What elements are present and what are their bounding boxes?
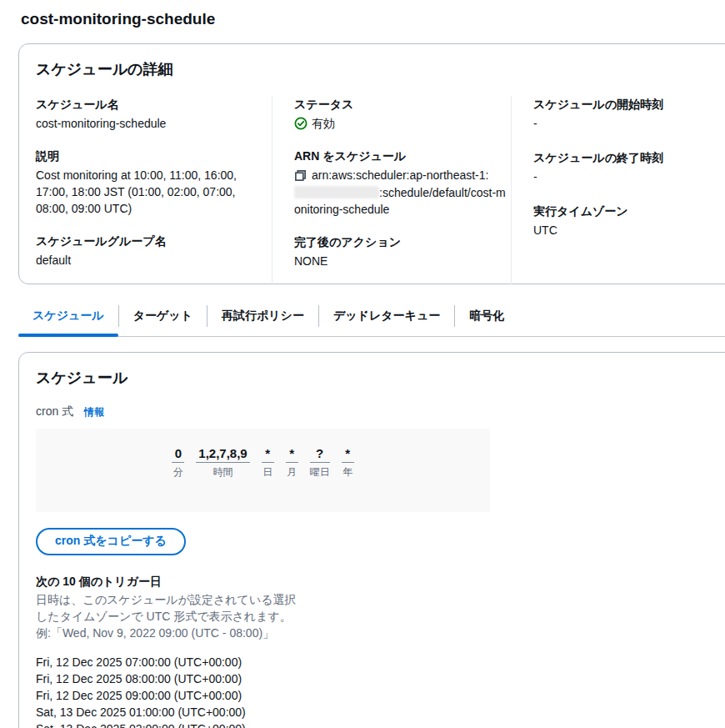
- page: cost-monitoring-schedule スケジュールの詳細 スケジュー…: [0, 0, 725, 728]
- cron-day-label: 日: [262, 465, 274, 479]
- status-text: 有効: [312, 115, 335, 132]
- cron-expression-label-row: cron 式 情報: [36, 404, 718, 419]
- description-label: 説明: [36, 148, 272, 164]
- field-description: 説明 Cost monitoring at 10:00, 11:00, 16:0…: [36, 148, 272, 217]
- details-column-2: ステータス 有効 ARN をスケジュール: [272, 96, 511, 285]
- cron-day-value: *: [262, 446, 274, 463]
- page-title: cost-monitoring-schedule: [21, 10, 725, 28]
- tab-target[interactable]: ターゲット: [119, 296, 207, 336]
- arn-prefix: arn:aws:scheduler:ap-northeast-1:: [312, 168, 488, 182]
- end-time-label: スケジュールの終了時刻: [533, 149, 718, 166]
- cron-expression-label: cron 式: [36, 404, 73, 418]
- schedule-card: スケジュール cron 式 情報 0 分 1,2,7,8,9 時間 * 日 * …: [18, 352, 725, 728]
- cron-field-year: * 年: [342, 446, 354, 479]
- info-link[interactable]: 情報: [84, 406, 104, 418]
- copy-arn-button[interactable]: [294, 169, 307, 184]
- trigger-date: Fri, 12 Dec 2025 08:00:00 (UTC+00:00): [36, 670, 718, 687]
- tab-dead-letter-queue[interactable]: デッドレターキュー: [319, 296, 454, 336]
- after-completion-value: NONE: [294, 253, 511, 269]
- cron-field-hours: 1,2,7,8,9 時間: [196, 446, 249, 479]
- cron-hours-value: 1,2,7,8,9: [196, 446, 249, 463]
- field-schedule-group: スケジュールグループ名 default: [36, 233, 272, 269]
- timezone-value: UTC: [533, 222, 718, 238]
- cron-year-label: 年: [342, 465, 354, 479]
- arn-account-redacted: [294, 186, 379, 198]
- cron-month-label: 月: [286, 465, 298, 479]
- trigger-date-list: Fri, 12 Dec 2025 07:00:00 (UTC+00:00) Fr…: [36, 654, 718, 728]
- details-column-3: スケジュールの開始時刻 - スケジュールの終了時刻 - 実行タイムゾーン UTC: [511, 96, 718, 285]
- cron-minutes-label: 分: [172, 465, 184, 479]
- field-schedule-name: スケジュール名 cost-monitoring-schedule: [36, 96, 272, 132]
- status-badge: 有効: [294, 115, 511, 132]
- cron-field-minutes: 0 分: [172, 446, 184, 479]
- next-triggers-heading: 次の 10 個のトリガー日: [36, 575, 718, 590]
- details-card-heading: スケジュールの詳細: [36, 59, 718, 79]
- details-column-1: スケジュール名 cost-monitoring-schedule 説明 Cost…: [36, 96, 272, 285]
- copy-cron-button[interactable]: cron 式をコピーする: [36, 528, 186, 555]
- trigger-date: Fri, 12 Dec 2025 07:00:00 (UTC+00:00): [36, 654, 718, 670]
- field-schedule-arn: ARN をスケジュール arn:aws:scheduler:ap-northea…: [294, 148, 511, 218]
- cron-expression-display: 0 分 1,2,7,8,9 時間 * 日 * 月 ? 曜日 * 年: [36, 429, 490, 512]
- start-time-label: スケジュールの開始時刻: [533, 96, 718, 113]
- after-completion-label: 完了後のアクション: [294, 233, 511, 250]
- field-start-time: スケジュールの開始時刻 -: [533, 96, 718, 132]
- cron-weekday-value: ?: [310, 446, 330, 463]
- cron-field-month: * 月: [286, 446, 298, 479]
- field-end-time: スケジュールの終了時刻 -: [533, 149, 718, 185]
- tab-retry-policy[interactable]: 再試行ポリシー: [208, 296, 318, 336]
- field-after-completion: 完了後のアクション NONE: [294, 233, 511, 269]
- next-triggers-description: 日時は、このスケジュールが設定されている選択したタイムゾーンで UTC 形式で表…: [36, 591, 305, 641]
- end-time-value: -: [533, 168, 718, 185]
- schedule-name-value: cost-monitoring-schedule: [36, 115, 272, 132]
- trigger-date: Sat, 13 Dec 2025 02:00:00 (UTC+00:00): [36, 720, 718, 728]
- field-timezone: 実行タイムゾーン UTC: [533, 203, 718, 238]
- copy-icon: [294, 169, 307, 182]
- start-time-value: -: [533, 115, 718, 132]
- schedule-card-heading: スケジュール: [36, 368, 718, 388]
- tab-schedule[interactable]: スケジュール: [18, 296, 118, 336]
- tab-bar: スケジュール ターゲット 再試行ポリシー デッドレターキュー 暗号化: [18, 296, 725, 337]
- schedule-group-value: default: [36, 252, 272, 269]
- schedule-group-label: スケジュールグループ名: [36, 233, 272, 249]
- cron-year-value: *: [342, 446, 354, 463]
- field-status: ステータス 有効: [294, 96, 511, 132]
- trigger-date: Fri, 12 Dec 2025 09:00:00 (UTC+00:00): [36, 687, 718, 704]
- details-columns: スケジュール名 cost-monitoring-schedule 説明 Cost…: [36, 96, 718, 285]
- status-label: ステータス: [294, 96, 511, 113]
- description-value: Cost monitoring at 10:00, 11:00, 16:00, …: [36, 167, 259, 217]
- cron-weekday-label: 曜日: [310, 465, 330, 479]
- schedule-arn-label: ARN をスケジュール: [294, 148, 511, 164]
- cron-field-day: * 日: [262, 446, 274, 479]
- tab-encryption[interactable]: 暗号化: [455, 296, 518, 336]
- schedule-details-card: スケジュールの詳細 スケジュール名 cost-monitoring-schedu…: [18, 43, 725, 284]
- check-circle-icon: [294, 117, 308, 130]
- schedule-name-label: スケジュール名: [36, 96, 272, 113]
- timezone-label: 実行タイムゾーン: [533, 203, 718, 219]
- cron-hours-label: 時間: [196, 465, 249, 479]
- cron-field-weekday: ? 曜日: [310, 446, 330, 479]
- schedule-arn-value: arn:aws:scheduler:ap-northeast-1::schedu…: [294, 167, 509, 218]
- cron-minutes-value: 0: [172, 446, 184, 463]
- cron-month-value: *: [286, 446, 298, 463]
- trigger-date: Sat, 13 Dec 2025 01:00:00 (UTC+00:00): [36, 704, 718, 720]
